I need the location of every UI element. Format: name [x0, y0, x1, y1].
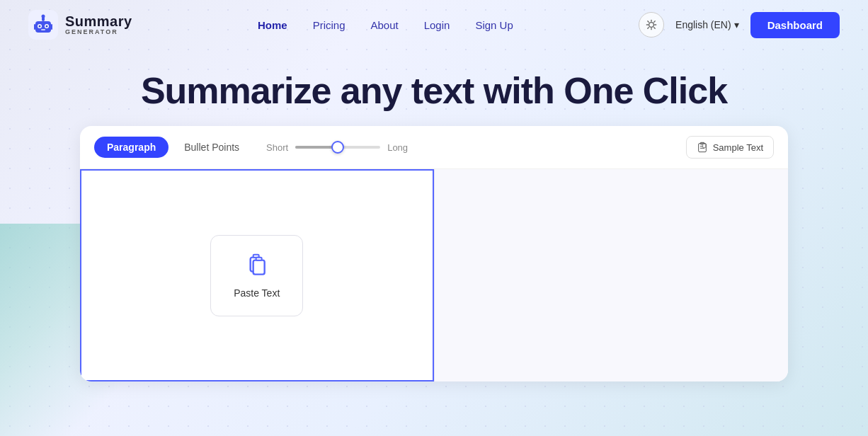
card-body: Paste Text	[80, 169, 788, 382]
clipboard-icon	[697, 142, 708, 153]
slider-short-label: Short	[266, 142, 288, 153]
card-toolbar: Paragraph Bullet Points Short Long Sampl…	[80, 126, 788, 169]
output-panel	[435, 169, 789, 382]
input-panel[interactable]: Paste Text	[80, 169, 435, 382]
sample-text-button[interactable]: Sample Text	[686, 136, 774, 159]
nav-pricing[interactable]: Pricing	[313, 19, 346, 31]
svg-rect-24	[702, 144, 705, 147]
svg-rect-10	[51, 24, 52, 30]
length-slider-area: Short Long	[266, 140, 672, 154]
nav-links: Home Pricing About Login Sign Up	[258, 19, 513, 31]
svg-point-4	[39, 25, 41, 28]
svg-point-5	[46, 25, 48, 28]
svg-point-8	[42, 15, 45, 18]
svg-line-16	[648, 21, 649, 22]
language-label: English (EN)	[675, 19, 731, 30]
nav-about[interactable]: About	[370, 19, 398, 31]
logo-text: Summary GENERATOR	[65, 13, 132, 36]
nav-login[interactable]: Login	[424, 19, 450, 31]
hero-section: Summarize any text with One Click	[0, 50, 868, 126]
chevron-down-icon: ▾	[734, 19, 739, 30]
language-selector[interactable]: English (EN) ▾	[675, 19, 739, 30]
nav-right: English (EN) ▾ Dashboard	[639, 12, 840, 38]
tab-paragraph[interactable]: Paragraph	[94, 137, 169, 158]
svg-rect-28	[256, 257, 261, 260]
tab-bullet-points[interactable]: Bullet Points	[171, 137, 252, 158]
length-slider[interactable]	[295, 140, 380, 154]
paste-icon	[246, 253, 268, 280]
svg-rect-27	[253, 260, 264, 274]
logo-subtitle: GENERATOR	[65, 29, 132, 36]
svg-rect-6	[41, 29, 45, 30]
slider-long-label: Long	[387, 142, 408, 153]
dashboard-button[interactable]: Dashboard	[750, 12, 840, 38]
theme-toggle-button[interactable]	[639, 12, 664, 38]
svg-point-11	[649, 23, 654, 28]
paste-box[interactable]: Paste Text	[210, 235, 303, 316]
navbar: Summary GENERATOR Home Pricing About Log…	[0, 0, 868, 50]
svg-line-17	[654, 28, 655, 28]
tab-group: Paragraph Bullet Points	[94, 137, 252, 158]
svg-rect-9	[34, 24, 35, 30]
logo-icon	[28, 10, 58, 40]
hero-title: Summarize any text with One Click	[0, 69, 868, 112]
svg-line-18	[654, 21, 655, 22]
logo-title: Summary	[65, 13, 132, 29]
sample-text-label: Sample Text	[713, 142, 763, 153]
svg-line-19	[648, 28, 649, 28]
nav-signup[interactable]: Sign Up	[475, 19, 513, 31]
paste-text-label: Paste Text	[234, 287, 280, 299]
summarizer-card: Paragraph Bullet Points Short Long Sampl…	[80, 126, 788, 382]
sun-icon	[646, 19, 657, 30]
logo: Summary GENERATOR	[28, 10, 132, 40]
nav-home[interactable]: Home	[258, 19, 287, 31]
